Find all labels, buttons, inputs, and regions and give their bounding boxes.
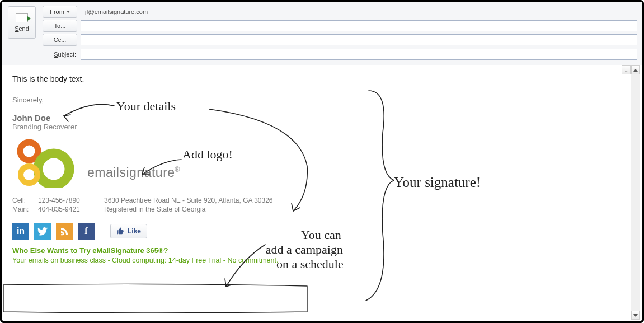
to-button-label: To... [54, 22, 66, 29]
divider [12, 193, 348, 193]
from-button-label: From [50, 8, 64, 15]
arrow-up-icon [633, 69, 638, 72]
compose-header: Send From jf@emailsignature.com [2, 2, 642, 65]
social-row: in f Like [12, 223, 632, 240]
cc-button[interactable]: Cc... [43, 34, 77, 46]
svg-point-0 [20, 142, 38, 160]
sender-title: Branding Recoverer [12, 123, 632, 131]
cell-value: 123-456-7890 [38, 196, 104, 204]
signoff-text: Sincerely, [12, 96, 632, 104]
contact-block: Cell: 123-456-7890 3630 Peachtree Road N… [12, 196, 632, 213]
chevron-down-icon [67, 11, 70, 13]
scroll-down-button[interactable] [631, 311, 640, 320]
envelope-icon [16, 13, 28, 22]
subject-input[interactable] [81, 49, 637, 60]
svg-point-2 [21, 166, 37, 183]
brand-logo-icon [12, 139, 79, 188]
message-body[interactable]: ⌄ This is the body text. Sincerely, John… [2, 65, 642, 320]
body-text: This is the body text. [12, 74, 632, 83]
vertical-scrollbar[interactable] [631, 65, 640, 320]
subject-label: Subject: [37, 51, 81, 58]
twitter-icon[interactable] [34, 223, 51, 240]
divider [12, 217, 258, 217]
cc-input[interactable] [81, 34, 637, 45]
sender-name: John Doe [12, 113, 632, 123]
cell-label: Cell: [12, 196, 38, 204]
brand-name: emailsignature® [87, 165, 180, 188]
campaign-link[interactable]: Who Else Wants to Try eMailSignature 365… [12, 246, 168, 255]
address-value: 3630 Peachtree Road NE - Suite 920, Atla… [104, 196, 632, 204]
facebook-icon[interactable]: f [78, 223, 95, 240]
scroll-up-button[interactable] [631, 65, 640, 74]
to-input[interactable] [81, 20, 637, 31]
from-button[interactable]: From [43, 6, 77, 18]
arrow-down-icon [633, 314, 638, 317]
like-button-label: Like [128, 227, 141, 235]
main-value: 404-835-9421 [38, 205, 104, 213]
to-button[interactable]: To... [43, 20, 77, 32]
linkedin-icon[interactable]: in [12, 223, 29, 240]
like-button[interactable]: Like [110, 224, 147, 238]
registration-value: Registered in the State of Georgia [104, 205, 632, 213]
send-button-label: Send [15, 25, 29, 32]
expand-ribbon-icon[interactable]: ⌄ [622, 65, 631, 74]
from-value: jf@emailsignature.com [81, 8, 637, 15]
thumb-up-icon [116, 227, 124, 235]
outlook-compose-window: Send From jf@emailsignature.com [0, 0, 644, 323]
campaign-text: Your emails on business class - Cloud co… [12, 256, 632, 264]
svg-point-1 [38, 153, 69, 185]
rss-icon[interactable] [56, 223, 73, 240]
send-button[interactable]: Send [8, 6, 36, 39]
main-label: Main: [12, 205, 38, 213]
cc-button-label: Cc... [54, 36, 67, 43]
